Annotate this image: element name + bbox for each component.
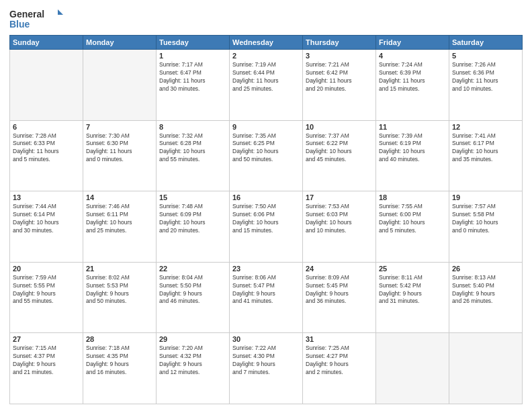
day-number: 3 bbox=[306, 52, 373, 60]
calendar-cell: 5Sunrise: 7:26 AMSunset: 6:36 PMDaylight… bbox=[449, 50, 523, 121]
day-detail: Sunrise: 7:21 AMSunset: 6:42 PMDaylight:… bbox=[306, 61, 373, 93]
col-header-friday: Friday bbox=[376, 36, 449, 50]
calendar-table: SundayMondayTuesdayWednesdayThursdayFrid… bbox=[9, 35, 523, 404]
day-number: 8 bbox=[159, 123, 226, 131]
calendar-cell: 20Sunrise: 7:59 AMSunset: 5:55 PMDayligh… bbox=[10, 262, 83, 333]
day-number: 13 bbox=[13, 193, 80, 201]
calendar-cell: 4Sunrise: 7:24 AMSunset: 6:39 PMDaylight… bbox=[376, 50, 449, 121]
day-detail: Sunrise: 7:24 AMSunset: 6:39 PMDaylight:… bbox=[379, 61, 446, 93]
day-number: 31 bbox=[306, 335, 373, 343]
calendar-cell: 1Sunrise: 7:17 AMSunset: 6:47 PMDaylight… bbox=[157, 50, 230, 121]
day-detail: Sunrise: 7:50 AMSunset: 6:06 PMDaylight:… bbox=[232, 203, 300, 235]
col-header-tuesday: Tuesday bbox=[157, 36, 230, 50]
day-number: 1 bbox=[159, 52, 226, 60]
day-number: 27 bbox=[13, 335, 80, 343]
calendar-header-row: SundayMondayTuesdayWednesdayThursdayFrid… bbox=[10, 36, 523, 50]
calendar-cell: 23Sunrise: 8:06 AMSunset: 5:47 PMDayligh… bbox=[230, 262, 303, 333]
day-detail: Sunrise: 7:17 AMSunset: 6:47 PMDaylight:… bbox=[159, 61, 226, 93]
day-number: 22 bbox=[159, 265, 226, 273]
day-number: 9 bbox=[232, 123, 300, 131]
day-detail: Sunrise: 7:19 AMSunset: 6:44 PMDaylight:… bbox=[232, 61, 300, 93]
day-number: 17 bbox=[306, 193, 373, 201]
day-detail: Sunrise: 8:11 AMSunset: 5:42 PMDaylight:… bbox=[379, 274, 446, 306]
day-number: 25 bbox=[379, 265, 446, 273]
calendar-cell: 19Sunrise: 7:57 AMSunset: 5:58 PMDayligh… bbox=[449, 191, 523, 263]
calendar-cell bbox=[376, 333, 449, 404]
day-detail: Sunrise: 7:26 AMSunset: 6:36 PMDaylight:… bbox=[452, 61, 519, 93]
calendar-cell bbox=[83, 50, 157, 121]
day-detail: Sunrise: 7:44 AMSunset: 6:14 PMDaylight:… bbox=[13, 203, 80, 235]
day-detail: Sunrise: 7:53 AMSunset: 6:03 PMDaylight:… bbox=[306, 203, 373, 235]
day-detail: Sunrise: 7:30 AMSunset: 6:30 PMDaylight:… bbox=[86, 132, 153, 165]
col-header-saturday: Saturday bbox=[449, 36, 523, 50]
col-header-wednesday: Wednesday bbox=[230, 36, 303, 50]
calendar-cell: 26Sunrise: 8:13 AMSunset: 5:40 PMDayligh… bbox=[449, 262, 523, 333]
day-detail: Sunrise: 7:22 AMSunset: 4:30 PMDaylight:… bbox=[232, 345, 300, 377]
week-row-1: 1Sunrise: 7:17 AMSunset: 6:47 PMDaylight… bbox=[10, 50, 523, 121]
calendar-cell: 3Sunrise: 7:21 AMSunset: 6:42 PMDaylight… bbox=[303, 50, 376, 121]
calendar-cell: 7Sunrise: 7:30 AMSunset: 6:30 PMDaylight… bbox=[83, 120, 157, 191]
day-detail: Sunrise: 7:41 AMSunset: 6:17 PMDaylight:… bbox=[452, 132, 519, 165]
day-number: 24 bbox=[306, 265, 373, 273]
calendar-cell: 24Sunrise: 8:09 AMSunset: 5:45 PMDayligh… bbox=[303, 262, 376, 333]
day-detail: Sunrise: 7:20 AMSunset: 4:32 PMDaylight:… bbox=[159, 345, 226, 377]
col-header-monday: Monday bbox=[83, 36, 157, 50]
day-number: 29 bbox=[159, 335, 226, 343]
calendar-cell: 28Sunrise: 7:18 AMSunset: 4:35 PMDayligh… bbox=[83, 333, 157, 404]
col-header-sunday: Sunday bbox=[10, 36, 83, 50]
calendar-cell bbox=[10, 50, 83, 121]
col-header-thursday: Thursday bbox=[303, 36, 376, 50]
calendar-cell: 2Sunrise: 7:19 AMSunset: 6:44 PMDaylight… bbox=[230, 50, 303, 121]
page: General Blue SundayMondayTuesdayWednesda… bbox=[0, 0, 532, 411]
day-detail: Sunrise: 7:18 AMSunset: 4:35 PMDaylight:… bbox=[86, 345, 153, 377]
day-detail: Sunrise: 7:48 AMSunset: 6:09 PMDaylight:… bbox=[159, 203, 226, 235]
week-row-3: 13Sunrise: 7:44 AMSunset: 6:14 PMDayligh… bbox=[10, 191, 523, 263]
day-number: 10 bbox=[306, 123, 373, 131]
calendar-cell: 11Sunrise: 7:39 AMSunset: 6:19 PMDayligh… bbox=[376, 120, 449, 191]
day-number: 5 bbox=[452, 52, 519, 60]
calendar-cell: 6Sunrise: 7:28 AMSunset: 6:33 PMDaylight… bbox=[10, 120, 83, 191]
calendar-cell: 27Sunrise: 7:15 AMSunset: 4:37 PMDayligh… bbox=[10, 333, 83, 404]
day-number: 15 bbox=[159, 193, 226, 201]
calendar-cell: 10Sunrise: 7:37 AMSunset: 6:22 PMDayligh… bbox=[303, 120, 376, 191]
day-number: 4 bbox=[379, 52, 446, 60]
week-row-5: 27Sunrise: 7:15 AMSunset: 4:37 PMDayligh… bbox=[10, 333, 523, 404]
calendar-cell: 29Sunrise: 7:20 AMSunset: 4:32 PMDayligh… bbox=[157, 333, 230, 404]
calendar-cell: 8Sunrise: 7:32 AMSunset: 6:28 PMDaylight… bbox=[157, 120, 230, 191]
logo: General Blue bbox=[9, 7, 63, 31]
calendar-cell: 17Sunrise: 7:53 AMSunset: 6:03 PMDayligh… bbox=[303, 191, 376, 263]
day-detail: Sunrise: 7:59 AMSunset: 5:55 PMDaylight:… bbox=[13, 274, 80, 306]
day-detail: Sunrise: 8:04 AMSunset: 5:50 PMDaylight:… bbox=[159, 274, 226, 306]
week-row-4: 20Sunrise: 7:59 AMSunset: 5:55 PMDayligh… bbox=[10, 262, 523, 333]
day-detail: Sunrise: 8:09 AMSunset: 5:45 PMDaylight:… bbox=[306, 274, 373, 306]
day-detail: Sunrise: 7:57 AMSunset: 5:58 PMDaylight:… bbox=[452, 203, 519, 235]
day-number: 20 bbox=[13, 265, 80, 273]
header: General Blue bbox=[9, 7, 523, 31]
day-number: 18 bbox=[379, 193, 446, 201]
calendar-cell: 16Sunrise: 7:50 AMSunset: 6:06 PMDayligh… bbox=[230, 191, 303, 263]
calendar-cell: 25Sunrise: 8:11 AMSunset: 5:42 PMDayligh… bbox=[376, 262, 449, 333]
calendar-cell: 22Sunrise: 8:04 AMSunset: 5:50 PMDayligh… bbox=[157, 262, 230, 333]
calendar-cell bbox=[449, 333, 523, 404]
day-detail: Sunrise: 7:15 AMSunset: 4:37 PMDaylight:… bbox=[13, 345, 80, 377]
calendar-cell: 31Sunrise: 7:25 AMSunset: 4:27 PMDayligh… bbox=[303, 333, 376, 404]
svg-marker-2 bbox=[58, 9, 63, 15]
calendar-cell: 9Sunrise: 7:35 AMSunset: 6:25 PMDaylight… bbox=[230, 120, 303, 191]
day-detail: Sunrise: 7:35 AMSunset: 6:25 PMDaylight:… bbox=[232, 132, 300, 165]
day-number: 30 bbox=[232, 335, 300, 343]
day-number: 7 bbox=[86, 123, 153, 131]
day-detail: Sunrise: 8:02 AMSunset: 5:53 PMDaylight:… bbox=[86, 274, 153, 306]
svg-text:Blue: Blue bbox=[9, 19, 30, 30]
day-detail: Sunrise: 7:55 AMSunset: 6:00 PMDaylight:… bbox=[379, 203, 446, 235]
day-number: 23 bbox=[232, 265, 300, 273]
day-number: 16 bbox=[232, 193, 300, 201]
day-number: 11 bbox=[379, 123, 446, 131]
day-number: 26 bbox=[452, 265, 519, 273]
day-number: 14 bbox=[86, 193, 153, 201]
day-number: 28 bbox=[86, 335, 153, 343]
calendar-cell: 21Sunrise: 8:02 AMSunset: 5:53 PMDayligh… bbox=[83, 262, 157, 333]
week-row-2: 6Sunrise: 7:28 AMSunset: 6:33 PMDaylight… bbox=[10, 120, 523, 191]
day-detail: Sunrise: 8:06 AMSunset: 5:47 PMDaylight:… bbox=[232, 274, 300, 306]
day-number: 21 bbox=[86, 265, 153, 273]
day-number: 19 bbox=[452, 193, 519, 201]
